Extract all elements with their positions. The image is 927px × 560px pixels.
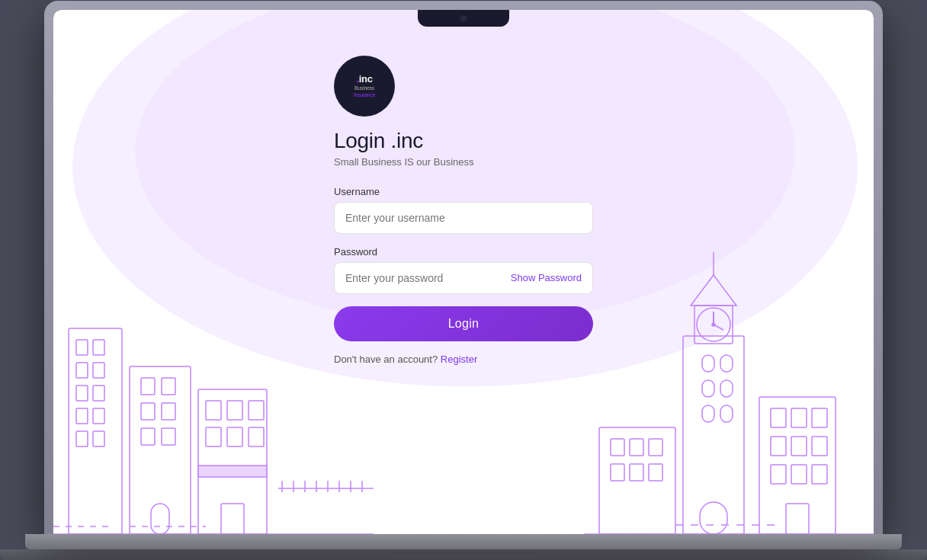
- password-input[interactable]: [335, 263, 500, 293]
- svg-rect-51: [720, 380, 733, 397]
- app-logo: .inc Business Insurance: [334, 56, 395, 117]
- screen-bezel: .inc Business Insurance Login .inc Small…: [53, 10, 874, 534]
- show-password-button[interactable]: Show Password: [500, 263, 592, 293]
- app-title: Login .inc: [334, 129, 423, 153]
- svg-rect-8: [93, 386, 104, 401]
- svg-rect-63: [791, 465, 807, 484]
- svg-rect-68: [630, 439, 643, 456]
- svg-rect-57: [791, 408, 807, 427]
- password-label: Password: [334, 246, 593, 258]
- svg-rect-24: [249, 401, 264, 420]
- app-subtitle: Small Business IS our Business: [334, 156, 474, 168]
- svg-rect-70: [611, 464, 624, 481]
- logo-text: .inc Business Insurance: [354, 73, 375, 98]
- svg-rect-23: [227, 401, 242, 420]
- laptop-shell: .inc Business Insurance Login .inc Small…: [44, 1, 883, 534]
- city-illustration-right: [584, 245, 874, 534]
- svg-rect-15: [162, 378, 175, 395]
- register-prompt: Don't have an account? Register: [334, 354, 477, 365]
- svg-rect-12: [93, 431, 104, 446]
- svg-rect-26: [227, 427, 242, 446]
- laptop-foot: [0, 549, 927, 560]
- svg-rect-71: [630, 464, 643, 481]
- svg-rect-52: [702, 405, 714, 422]
- logo-dot: .: [356, 73, 358, 85]
- svg-rect-69: [649, 439, 662, 456]
- svg-rect-13: [130, 366, 191, 534]
- svg-rect-20: [151, 504, 169, 534]
- svg-rect-22: [206, 401, 221, 420]
- login-card: .inc Business Insurance Login .inc Small…: [334, 56, 593, 365]
- svg-rect-28: [221, 504, 244, 534]
- svg-rect-59: [771, 437, 786, 456]
- svg-rect-64: [812, 465, 827, 484]
- svg-rect-17: [162, 403, 175, 420]
- svg-rect-3: [76, 340, 88, 355]
- svg-rect-6: [93, 363, 104, 378]
- svg-rect-25: [206, 427, 221, 446]
- password-group: Password Show Password: [334, 246, 593, 294]
- svg-rect-50: [702, 380, 714, 397]
- svg-rect-58: [812, 408, 827, 427]
- svg-rect-14: [141, 378, 155, 395]
- username-input[interactable]: [335, 203, 592, 233]
- webcam-dot: [460, 15, 467, 21]
- svg-rect-56: [771, 408, 786, 427]
- svg-rect-67: [611, 439, 624, 456]
- svg-rect-49: [720, 355, 733, 372]
- svg-rect-5: [76, 363, 88, 378]
- svg-rect-65: [786, 504, 809, 534]
- register-link[interactable]: Register: [441, 354, 477, 365]
- svg-rect-48: [702, 355, 714, 372]
- laptop-bottom-bar: [25, 534, 902, 549]
- svg-rect-61: [812, 437, 827, 456]
- svg-rect-7: [76, 386, 88, 401]
- svg-rect-72: [649, 464, 662, 481]
- svg-rect-16: [141, 403, 155, 420]
- svg-rect-21: [198, 389, 267, 534]
- svg-rect-62: [771, 465, 786, 484]
- laptop-stand: [387, 552, 540, 558]
- screen-content: .inc Business Insurance Login .inc Small…: [53, 10, 874, 534]
- svg-rect-41: [683, 336, 744, 534]
- login-button[interactable]: Login: [334, 306, 593, 341]
- svg-rect-9: [76, 408, 88, 424]
- svg-rect-27: [249, 427, 264, 446]
- svg-rect-11: [76, 431, 88, 446]
- username-input-wrapper: [334, 202, 593, 234]
- svg-rect-4: [93, 340, 104, 355]
- svg-rect-53: [720, 405, 733, 422]
- svg-rect-10: [93, 408, 104, 424]
- svg-rect-60: [791, 437, 807, 456]
- svg-rect-19: [162, 428, 175, 445]
- password-input-wrapper: Show Password: [334, 262, 593, 294]
- webcam-notch: [418, 10, 509, 27]
- svg-line-47: [714, 325, 723, 330]
- username-group: Username: [334, 186, 593, 234]
- svg-rect-54: [700, 502, 727, 534]
- username-label: Username: [334, 186, 593, 197]
- svg-rect-18: [141, 428, 155, 445]
- city-illustration-left: [53, 267, 374, 534]
